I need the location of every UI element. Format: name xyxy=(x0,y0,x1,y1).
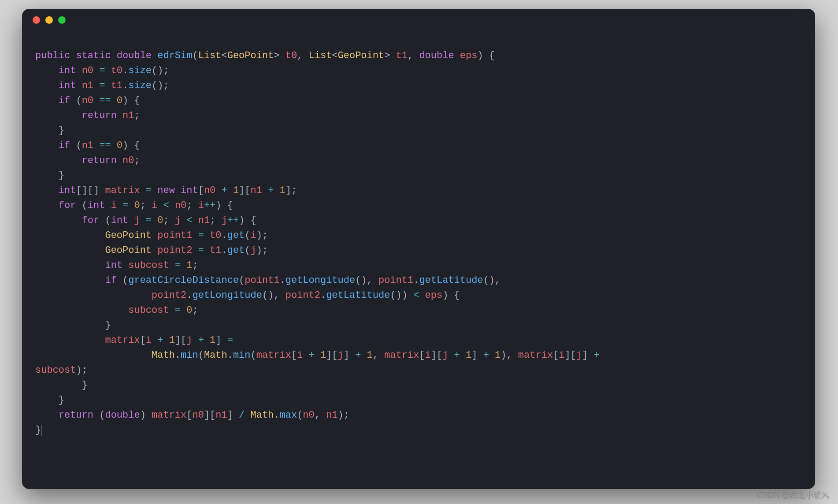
minimize-icon[interactable] xyxy=(45,16,53,24)
close-icon[interactable] xyxy=(33,16,40,24)
code-block: public static double edrSim(List<GeoPoin… xyxy=(22,31,815,451)
code-window: public static double edrSim(List<GeoPoin… xyxy=(22,9,815,489)
window-titlebar xyxy=(22,9,815,31)
zoom-icon[interactable] xyxy=(58,16,66,24)
watermark-text: CSDN @西北小暖风 xyxy=(757,490,829,500)
